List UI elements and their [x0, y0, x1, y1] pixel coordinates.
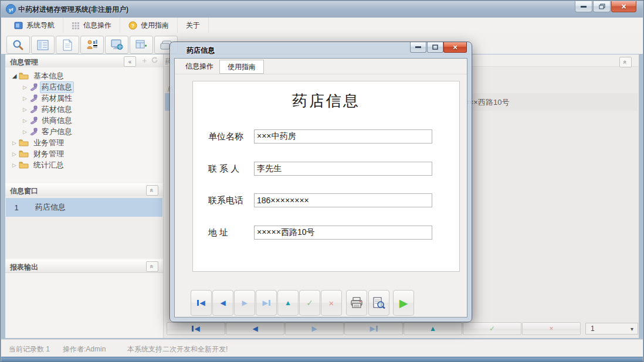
dialog-run-button[interactable]: ▶: [393, 290, 414, 316]
menu-info-operation[interactable]: 信息操作: [63, 18, 120, 33]
minimize-button[interactable]: [575, 1, 592, 12]
dialog-tab-user-guide[interactable]: 使用指南: [219, 60, 264, 74]
folder-icon: [19, 139, 29, 146]
collapse-report-output-button[interactable]: «: [146, 261, 158, 272]
window-title: 中药材进销存管理系统(非注册用户): [18, 5, 128, 15]
nav-prev-button[interactable]: ◀: [226, 322, 284, 335]
pharmacy-form: 药店信息 单位名称 联 系 人 联系电话 地 址: [192, 81, 460, 272]
status-record-count: 当前记录数 1: [9, 344, 50, 354]
caret-collapsed-icon[interactable]: ▷: [21, 107, 29, 112]
collapse-info-window-button[interactable]: «: [146, 185, 158, 196]
caret-collapsed-icon[interactable]: ▷: [21, 84, 29, 90]
last-record-icon: ▶: [262, 299, 270, 306]
caret-collapsed-icon[interactable]: ▷: [21, 129, 29, 135]
chevron-up-icon: «: [622, 60, 629, 64]
toolbar-database-add-button[interactable]: [130, 36, 153, 54]
report-output-body: [7, 273, 161, 327]
print-preview-icon: [373, 297, 385, 309]
svg-text:yf: yf: [9, 7, 13, 12]
caret-collapsed-icon[interactable]: ▷: [21, 118, 29, 124]
tree-node-material-info[interactable]: ▷ 药材信息: [21, 104, 74, 115]
dialog-close-button[interactable]: ×: [443, 42, 467, 53]
next-record-icon: ▶: [242, 299, 247, 306]
tree-node-business-manage[interactable]: ▷ 业务管理: [10, 137, 66, 148]
tree-node-stats-summary[interactable]: ▷ 统计汇总: [10, 159, 66, 170]
collapse-panel-button[interactable]: «: [124, 56, 136, 67]
contact-phone-input[interactable]: [254, 193, 432, 207]
caret-collapsed-icon[interactable]: ▷: [10, 162, 19, 168]
x-icon: ×: [549, 325, 553, 333]
dialog-last-button[interactable]: ▶: [256, 290, 277, 316]
record-selector-combobox[interactable]: 1 ▾: [585, 323, 638, 334]
unit-name-label: 单位名称: [208, 131, 254, 142]
previous-record-icon: ◀: [220, 299, 225, 306]
tool-icon: [29, 94, 38, 102]
row-label: 药店信息: [35, 202, 66, 213]
toolbar-search-button[interactable]: [6, 36, 30, 54]
dialog-next-button[interactable]: ▶: [234, 290, 255, 316]
folder-icon: [19, 150, 29, 158]
maximize-icon: [432, 45, 438, 50]
menu-about[interactable]: 关于: [178, 18, 209, 33]
dialog-print-preview-button[interactable]: [368, 290, 389, 316]
check-icon: ✓: [306, 298, 313, 308]
refresh-icon[interactable]: [151, 56, 158, 64]
first-record-icon: ◀: [197, 299, 205, 306]
tree-node-supplier-info[interactable]: ▷ 供商信息: [21, 115, 74, 126]
caret-expanded-icon[interactable]: ◢: [10, 73, 19, 79]
field-row-contact-phone: 联系电话: [208, 193, 432, 207]
collapse-main-button[interactable]: «: [619, 57, 632, 67]
contact-person-input[interactable]: [254, 162, 432, 176]
navigation-square-icon: [14, 22, 23, 29]
toolbar-form-button[interactable]: [31, 36, 55, 54]
grid-icon: [72, 22, 80, 29]
form-list-icon: [37, 40, 49, 50]
add-icon[interactable]: +: [142, 56, 147, 65]
dialog-first-button[interactable]: ◀: [191, 290, 212, 316]
caret-collapsed-icon[interactable]: ▷: [10, 140, 19, 146]
info-window-row[interactable]: 1 药店信息: [6, 198, 162, 217]
dialog-minimize-button[interactable]: [410, 42, 426, 53]
tree-node-pharmacy-info[interactable]: ▷ 药店信息: [21, 81, 74, 93]
tree-node-customer-info[interactable]: ▷ 客户信息: [21, 126, 74, 137]
report-output-title: 报表输出: [10, 262, 38, 272]
triangle-up-icon: ▲: [284, 299, 292, 306]
unit-name-input[interactable]: [254, 129, 432, 144]
dialog-confirm-button[interactable]: ✓: [299, 290, 320, 316]
nav-cancel-button[interactable]: ×: [522, 322, 581, 335]
nav-next-button[interactable]: ▶: [285, 322, 344, 335]
nav-confirm-button[interactable]: ✓: [463, 322, 521, 335]
caret-collapsed-icon[interactable]: ▷: [21, 95, 29, 101]
tool-icon: [29, 83, 38, 91]
close-button[interactable]: ×: [611, 1, 636, 12]
toolbar-document-button[interactable]: [56, 36, 79, 54]
nav-edit-button[interactable]: ▲: [404, 322, 462, 335]
nav-first-button[interactable]: ◀: [167, 322, 225, 335]
tree-node-basic-info[interactable]: ◢ 基本信息: [10, 70, 66, 81]
previous-record-icon: ◀: [252, 325, 257, 332]
toolbar-user-report-button[interactable]: [80, 36, 104, 54]
dialog-tab-info-operation[interactable]: 信息操作: [178, 60, 221, 73]
caret-collapsed-icon[interactable]: ▷: [10, 151, 19, 157]
info-window-list: 1 药店信息: [5, 196, 163, 258]
field-row-unit-name: 单位名称: [208, 129, 432, 144]
nav-last-button[interactable]: ▶: [344, 322, 403, 335]
toolbar-monitor-button[interactable]: [105, 36, 128, 54]
contact-phone-label: 联系电话: [208, 195, 254, 206]
dialog-body: 信息操作 使用指南 药店信息 单位名称 联 系 人 联系电话 地 址: [174, 58, 467, 317]
folder-icon: [19, 72, 29, 80]
dialog-edit-button[interactable]: ▲: [277, 290, 299, 316]
dialog-print-button[interactable]: [346, 290, 367, 316]
address-input[interactable]: [254, 226, 432, 240]
form-heading: 药店信息: [193, 91, 459, 111]
menu-user-guide[interactable]: ? 使用指南: [120, 18, 178, 33]
folder-icon: [19, 161, 29, 169]
dialog-cancel-button[interactable]: ×: [321, 290, 342, 316]
dialog-maximize-button[interactable]: [427, 42, 443, 53]
tree-node-finance-manage[interactable]: ▷ 财务管理: [10, 148, 66, 159]
tree-node-material-attr[interactable]: ▷ 药材属性: [21, 93, 74, 104]
restore-button[interactable]: [593, 1, 611, 12]
menu-system-navigation[interactable]: 系统导航: [6, 18, 63, 33]
dialog-prev-button[interactable]: ◀: [212, 290, 233, 316]
row-index: 1: [6, 203, 27, 212]
